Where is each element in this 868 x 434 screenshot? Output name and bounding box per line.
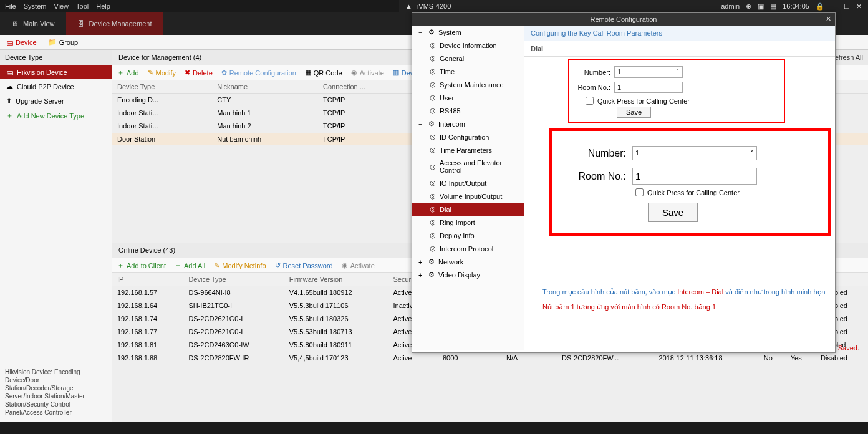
- dial-section-label: Dial: [524, 41, 835, 57]
- device-icon: 🗄: [77, 20, 84, 27]
- wrench-icon: ◎: [430, 80, 436, 89]
- menu-tool[interactable]: Tool: [76, 2, 89, 10]
- tree-protocol[interactable]: ◎Intercom Protocol: [412, 242, 524, 255]
- menu-system[interactable]: System: [24, 2, 47, 10]
- nvr-icon: 🖴: [6, 69, 13, 76]
- user-icon: ◎: [430, 94, 436, 102]
- rc-titlebar: Remote Configuration ✕: [412, 13, 835, 26]
- device-type-description: Hikvision Device: Encoding Device/Door S…: [0, 363, 112, 422]
- tree-id-config[interactable]: ◎ID Configuration: [412, 130, 524, 143]
- add-to-client-button[interactable]: ＋ Add to Client: [117, 261, 166, 270]
- activate-online-button[interactable]: ◉ Activate: [342, 261, 375, 269]
- reset-password-button[interactable]: ↺ Reset Password: [275, 261, 333, 269]
- annotation-text: Trong mục cấu hình của nút bấm, vào mục …: [542, 284, 854, 314]
- save-button-large[interactable]: Save: [648, 203, 698, 222]
- saved-label: Saved.: [838, 344, 859, 352]
- io-icon: ◎: [430, 179, 436, 187]
- clock: 16:04:05: [783, 2, 809, 10]
- id-icon: ◎: [430, 133, 436, 141]
- room-input-small[interactable]: [614, 82, 683, 93]
- proto-icon: ◎: [430, 244, 436, 253]
- remote-config-button[interactable]: ✿ Remote Configuration: [221, 69, 296, 77]
- tree-network[interactable]: +⚙Network: [412, 255, 524, 268]
- status-icon-1: ⊕: [746, 2, 751, 11]
- save-button-small[interactable]: Save: [617, 107, 651, 118]
- tree-rs485[interactable]: ◎RS485: [412, 104, 524, 117]
- close-icon[interactable]: ✕: [826, 15, 831, 23]
- minimize-icon[interactable]: —: [831, 2, 837, 10]
- tree-dial[interactable]: ◎Dial: [412, 203, 524, 216]
- subtab-device[interactable]: 🖴 Device: [6, 39, 37, 46]
- activate-button[interactable]: ◉ Activate: [351, 69, 384, 77]
- tree-system[interactable]: −⚙System: [412, 26, 524, 39]
- volume-icon: ◎: [430, 192, 436, 200]
- tree-user[interactable]: ◎User: [412, 91, 524, 104]
- number-label-small: Number:: [573, 69, 610, 76]
- delete-button[interactable]: ✖ Delete: [185, 69, 213, 77]
- modify-button[interactable]: ✎ Modify: [148, 69, 176, 77]
- quick-press-checkbox-large[interactable]: [635, 188, 644, 196]
- status-icon-2: ▣: [758, 2, 764, 11]
- tree-time-params[interactable]: ◎Time Parameters: [412, 143, 524, 157]
- plus-icon: ＋: [6, 111, 13, 120]
- tree-time[interactable]: ◎Time: [412, 65, 524, 78]
- network-icon: ⚙: [428, 258, 435, 266]
- maximize-icon[interactable]: ☐: [844, 2, 850, 11]
- tree-deploy[interactable]: ◎Deploy Info: [412, 229, 524, 242]
- status-icon-3: ▤: [770, 2, 776, 11]
- lock-icon[interactable]: 🔒: [816, 2, 824, 11]
- close-app-icon[interactable]: ✕: [856, 2, 862, 11]
- tab-device-management[interactable]: 🗄 Device Management: [66, 12, 163, 35]
- modify-netinfo-button[interactable]: ✎ Modify Netinfo: [214, 261, 266, 269]
- clock-icon: ◎: [430, 67, 436, 75]
- general-icon: ◎: [430, 54, 436, 62]
- qr-code-button[interactable]: ▦ QR Code: [305, 69, 342, 77]
- app-title: iVMS-4200: [417, 2, 451, 10]
- menu-view[interactable]: View: [54, 2, 69, 10]
- chevron-down-icon: ˅: [676, 68, 680, 76]
- tree-video[interactable]: +⚙Video Display: [412, 268, 524, 281]
- monitor-icon: 🖥: [11, 20, 18, 27]
- number-dropdown-large[interactable]: 1˅: [632, 146, 757, 160]
- table-row[interactable]: 192.168.1.88DS-2CD2820FW-IRV5,4,5build 1…: [112, 352, 868, 365]
- subtab-group[interactable]: 📁 Group: [48, 38, 79, 46]
- tab-main-view[interactable]: 🖥 Main View: [0, 12, 66, 35]
- tree-volume[interactable]: ◎Volume Input/Output: [412, 190, 524, 203]
- room-input-large[interactable]: [632, 168, 757, 185]
- gear-icon: ⚙: [428, 28, 435, 36]
- quick-press-checkbox-small[interactable]: [586, 97, 594, 105]
- ring-icon: ◎: [430, 218, 436, 226]
- tree-general[interactable]: ◎General: [412, 52, 524, 65]
- tree-access[interactable]: ◎Access and Elevator Control: [412, 157, 524, 176]
- folder-icon: 📁: [48, 38, 57, 46]
- dt-cloud-p2p[interactable]: ☁Clould P2P Device: [0, 79, 112, 94]
- tree-ring[interactable]: ◎Ring Import: [412, 216, 524, 229]
- upgrade-icon: ⬆: [6, 97, 12, 105]
- dt-upgrade-server[interactable]: ⬆Upgrade Server: [0, 94, 112, 108]
- dt-add-new[interactable]: ＋Add New Device Type: [0, 108, 112, 123]
- video-icon: ⚙: [428, 271, 435, 279]
- add-button[interactable]: ＋ Add: [117, 68, 139, 77]
- intercom-icon: ⚙: [428, 120, 435, 128]
- titlebar: ▲ iVMS-4200 admin ⊕ ▣ ▤ 16:04:05 🔒 — ☐ ✕: [399, 0, 868, 12]
- tree-intercom[interactable]: −⚙Intercom: [412, 117, 524, 130]
- time-icon: ◎: [430, 146, 436, 154]
- menu-file[interactable]: File: [5, 2, 16, 10]
- port-icon: ◎: [430, 107, 436, 115]
- user-label: admin: [721, 2, 740, 10]
- tree-maintenance[interactable]: ◎System Maintenance: [412, 78, 524, 91]
- number-dropdown-small[interactable]: 1˅: [614, 66, 683, 78]
- device-type-panel: Device Type 🖴Hikvision Device ☁Clould P2…: [0, 50, 112, 422]
- access-icon: ◎: [430, 163, 436, 171]
- device-type-header: Device Type: [0, 50, 112, 65]
- dt-hikvision[interactable]: 🖴Hikvision Device: [0, 65, 112, 79]
- info-icon: ◎: [430, 41, 436, 49]
- add-all-button[interactable]: ＋ Add All: [175, 261, 205, 270]
- chevron-down-icon: ˅: [750, 149, 754, 157]
- tree-device-info[interactable]: ◎Device Information: [412, 39, 524, 52]
- menu-help[interactable]: Help: [96, 2, 110, 10]
- dial-form-small: Number: 1˅ Room No.: Quick Press for Cal…: [568, 59, 785, 123]
- tree-io[interactable]: ◎IO Input/Output: [412, 176, 524, 190]
- deploy-icon: ◎: [430, 231, 436, 239]
- room-label-large: Room No.:: [564, 171, 626, 182]
